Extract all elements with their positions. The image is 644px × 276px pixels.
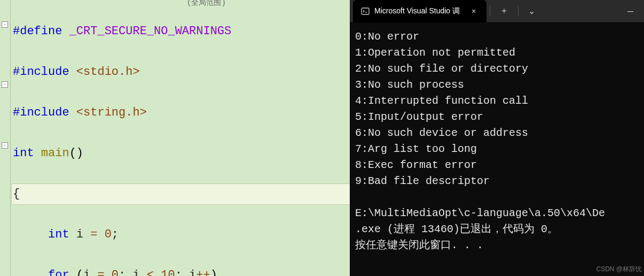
svg-rect-0 (362, 8, 369, 14)
editor-gutter: - - - (0, 0, 11, 276)
new-tab-button[interactable]: ＋ (493, 2, 515, 20)
type-keyword: int (48, 228, 76, 241)
preproc-define: #define (13, 25, 69, 38)
func-name-main: main (41, 147, 69, 160)
fold-toggle[interactable]: - (2, 81, 8, 88)
titlebar-divider (518, 6, 519, 17)
macro-name: _CRT_SECURE_NO_WARNINGS (69, 25, 232, 38)
tab-dropdown-button[interactable]: ⌄ (522, 3, 541, 19)
for-keyword: for (48, 269, 76, 276)
code-area[interactable]: #define _CRT_SECURE_NO_WARNINGS #include… (11, 0, 350, 276)
console-tab[interactable]: Microsoft Visual Studio 调 ✕ (353, 0, 486, 22)
identifier: i (76, 228, 83, 241)
header-name: stdio.h (83, 65, 132, 79)
type-keyword: int (13, 147, 41, 160)
code-editor-pane: (全局范围) - - - #define _CRT_SECURE_NO_WARN… (0, 0, 350, 276)
minimize-button[interactable]: — (620, 3, 641, 20)
fold-toggle[interactable]: - (2, 142, 8, 149)
preproc-include: #include (13, 106, 76, 119)
number-literal: 0 (105, 228, 112, 241)
close-icon[interactable]: ✕ (468, 5, 479, 17)
terminal-icon (360, 6, 370, 16)
watermark: CSDN @林辞忧 (596, 265, 642, 274)
console-output[interactable]: 0:No error 1:Operation not permitted 2:N… (350, 22, 644, 276)
titlebar-divider (490, 6, 490, 17)
fold-toggle[interactable]: - (2, 21, 8, 28)
console-titlebar: Microsoft Visual Studio 调 ✕ ＋ ⌄ — (350, 0, 644, 22)
header-name: string.h (83, 106, 140, 119)
debug-console-window: Microsoft Visual Studio 调 ✕ ＋ ⌄ — 0:No e… (350, 0, 644, 276)
console-tab-title: Microsoft Visual Studio 调 (374, 6, 460, 16)
brace-open: { (13, 187, 20, 201)
preproc-include: #include (13, 65, 76, 79)
